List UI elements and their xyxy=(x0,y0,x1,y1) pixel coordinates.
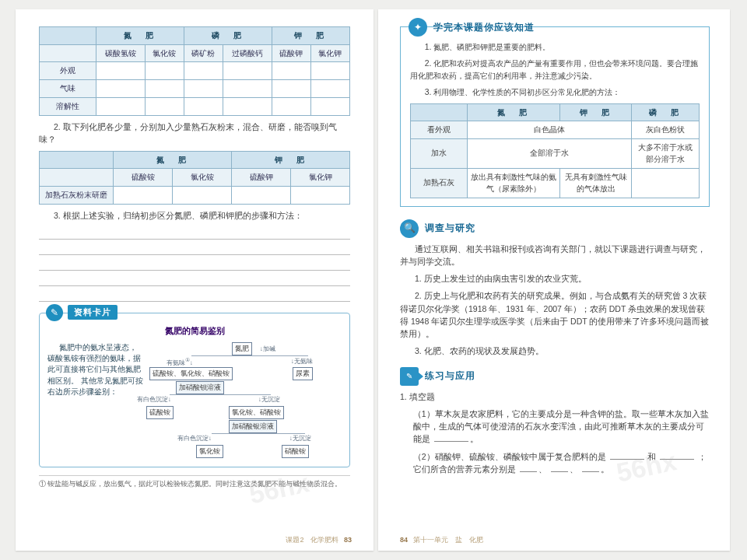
dn-no-smell: ↓无氨味 xyxy=(291,356,313,366)
and-text: 和 xyxy=(647,452,656,461)
dn-s2: 氯化铵、硝酸铵 xyxy=(229,406,284,420)
sub-2: 氯化铵 xyxy=(145,44,184,62)
lightbulb-icon: ✦ xyxy=(409,18,427,37)
dn-white1: 有白色沉淀↓ xyxy=(137,394,171,404)
str-water-label: 加水 xyxy=(411,138,468,168)
sth-n: 氮 肥 xyxy=(468,103,560,121)
corner-cell xyxy=(40,27,96,45)
dn-silver: 加硝酸银溶液 xyxy=(229,420,277,434)
str-look-p: 灰白色粉状 xyxy=(632,121,700,139)
right-footer-text: 第十一单元 盐 化肥 xyxy=(413,536,483,544)
blank-f1[interactable] xyxy=(610,450,644,460)
answer-line-5[interactable] xyxy=(39,289,350,302)
research-3: 3. 化肥、农药的现状及发展趋势。 xyxy=(400,345,710,357)
str-water-p: 大多不溶于水或部分溶于水 xyxy=(632,138,700,168)
dn-row1: 硫酸铵、氯化铵、硝酸铵 xyxy=(149,367,233,381)
sth-k: 钾 肥 xyxy=(560,103,632,121)
card-left-text: 氮肥中的氨水呈液态，碳酸氢铵有强烈的氨味，据此可直接将它们与其他氮肥相区别。 其… xyxy=(47,342,145,459)
group-p: 磷 肥 xyxy=(184,27,272,45)
exercise-head: ✎ 练习与应用 xyxy=(400,367,710,386)
sth-p: 磷 肥 xyxy=(632,103,700,121)
str-water-nk: 全部溶于水 xyxy=(468,138,632,168)
page-left: 氮 肥 磷 肥 钾 肥 碳酸氢铵 氯化铵 磷矿粉 过磷酸钙 硫酸钾 氯化钾 外观… xyxy=(16,9,374,551)
str-look-label: 看外观 xyxy=(411,121,468,139)
right-footer: 84 第十一单元 盐 化肥 xyxy=(400,535,486,546)
research-1: 1. 历史上发生过的由病虫害引发的农业灾荒。 xyxy=(400,272,710,285)
row-solub: 溶解性 xyxy=(40,98,96,116)
research-title: 调查与研究 xyxy=(425,221,475,236)
blank-compound[interactable] xyxy=(434,432,468,442)
q1b-text: （2）硝酸钾、硫酸铵、磷酸铵中属于复合肥料的是 xyxy=(413,452,606,461)
str-lime-k: 无具有刺激性气味的气体放出 xyxy=(560,168,632,198)
summary-table: 氮 肥 钾 肥 磷 肥 看外观 白色晶体 灰白色粉状 加水 全部溶于水 大多不溶… xyxy=(410,103,700,198)
blank-e1[interactable] xyxy=(520,463,537,472)
sum-p2: 2. 化肥和农药对提高农产品的产量有重要作用，但也会带来环境问题。要合理施用化肥… xyxy=(410,58,700,82)
step-3-text: 3. 根据上述实验，归纳初步区分氮肥、磷肥和钾肥的步骤和方法： xyxy=(39,209,350,222)
magnifier-icon: 🔍 xyxy=(400,219,419,238)
blank-e3[interactable] xyxy=(582,463,599,472)
t2s2: 氯化铵 xyxy=(173,169,232,187)
dn-has-smell: 有氨味①↓ xyxy=(167,356,193,368)
summary-box: ✦ 学完本课题你应该知道 1. 氮肥、磷肥和钾肥是重要的肥料。 2. 化肥和农药… xyxy=(400,26,710,207)
group-k: 钾 肥 xyxy=(272,27,349,45)
research-intro: 通过互联网、相关书籍和报刊或咨询有关部门，就以下课题进行调查与研究，并与同学交流… xyxy=(400,243,710,268)
exercise-1-head: 1. 填空题 xyxy=(400,390,710,403)
blank-f2[interactable] xyxy=(660,450,694,460)
footnote: ① 铵盐能与碱反应，放出氨气，据此可以检验铵态氮肥。同时注意这类氮肥不能与碱性物… xyxy=(39,475,350,490)
answer-line-1[interactable] xyxy=(39,226,350,240)
str-look-nk: 白色晶体 xyxy=(468,121,632,139)
exercise-1-2: （2）硝酸钾、硫酸铵、磷酸铵中属于复合肥料的是 和 ；它们所含的营养元素分别是 … xyxy=(413,450,710,476)
t2s3: 硫酸钾 xyxy=(232,169,291,187)
left-page-number: 83 xyxy=(344,536,352,544)
page-right: ✦ 学完本课题你应该知道 1. 氮肥、磷肥和钾肥是重要的肥料。 2. 化肥和农药… xyxy=(378,9,730,551)
sub-corner xyxy=(40,44,96,62)
dn-s1: 硫酸铵 xyxy=(146,406,174,420)
group-n: 氮 肥 xyxy=(96,27,184,45)
sub-1: 碳酸氢铵 xyxy=(96,44,146,62)
dn-barium: 加硝酸钡溶液 xyxy=(176,381,224,395)
dn-c2: 硝酸铵 xyxy=(282,445,309,459)
step-2-text: 2. 取下列化肥各少量，分别加入少量熟石灰粉末，混合、研磨，能否嗅到气味？ xyxy=(39,121,350,146)
answer-line-4[interactable] xyxy=(39,273,350,286)
answer-line-3[interactable] xyxy=(39,257,350,271)
row-smell: 气味 xyxy=(40,80,96,98)
sub-4: 过磷酸钙 xyxy=(223,44,272,62)
dn-noppt2: ↓无沉淀 xyxy=(289,433,311,443)
card-diagram: 氮肥 ↓加碱 有氨味①↓ ↓无氨味 硫酸铵、氯化铵、硝酸铵 尿素 加硝酸钡溶液 … xyxy=(151,342,342,459)
exercise-title: 练习与应用 xyxy=(425,369,475,383)
card-title: 氮肥的简易鉴别 xyxy=(47,324,342,338)
t2-k: 钾 肥 xyxy=(232,151,350,169)
str-lime-n: 放出具有刺激性气味的氨气（尿素除外） xyxy=(468,168,560,198)
dn-c1: 氯化铵 xyxy=(196,445,223,459)
t2-n: 氮 肥 xyxy=(114,151,232,169)
blank-e2[interactable] xyxy=(551,463,568,472)
left-content: 氮 肥 磷 肥 钾 肥 碳酸氢铵 氯化铵 磷矿粉 过磷酸钙 硫酸钾 氯化钾 外观… xyxy=(39,26,350,534)
t2s1: 硫酸铵 xyxy=(114,169,173,187)
table-fertilizer-properties: 氮 肥 磷 肥 钾 肥 碳酸氢铵 氯化铵 磷矿粉 过磷酸钙 硫酸钾 氯化钾 外观… xyxy=(39,26,350,116)
research-2: 2. 历史上与化肥和农药有关的研究成果。例如，与合成氨有关的研究曾 3 次获得诺… xyxy=(400,289,710,340)
summary-title: 学完本课题你应该知道 xyxy=(433,20,535,35)
dn-white2: 有白色沉淀↓ xyxy=(177,433,212,443)
sum-p1: 1. 氮肥、磷肥和钾肥是重要的肥料。 xyxy=(410,41,700,54)
str-lime-label: 加熟石灰 xyxy=(411,168,468,198)
dn-root: 氮肥 xyxy=(232,342,252,356)
sub-5: 硫酸钾 xyxy=(272,44,310,62)
research-head: 🔍 调查与研究 xyxy=(400,219,710,238)
t2s4: 氯化钾 xyxy=(291,169,350,187)
answer-line-2[interactable] xyxy=(39,242,350,255)
sub-3: 磷矿粉 xyxy=(184,44,223,62)
dn-noppt1: ↓无沉淀 xyxy=(258,394,280,404)
dn-arrow-label: ↓加碱 xyxy=(260,344,275,354)
page-spread: 氮 肥 磷 肥 钾 肥 碳酸氢铵 氯化铵 磷矿粉 过磷酸钙 硫酸钾 氯化钾 外观… xyxy=(0,0,747,560)
left-footer: 课题2 化学肥料 83 xyxy=(282,535,352,546)
right-page-number: 84 xyxy=(400,536,408,544)
exercise-1-1: （1）草木灰是农家肥料，它的主要成分是一种含钾的盐。取一些草木灰加入盐酸中，生成… xyxy=(413,408,710,446)
card-tag: 资料卡片 xyxy=(68,305,117,320)
str-lime-p xyxy=(632,168,700,198)
sub-6: 氯化钾 xyxy=(310,44,349,62)
right-content: ✦ 学完本课题你应该知道 1. 氮肥、磷肥和钾肥是重要的肥料。 2. 化肥和农药… xyxy=(400,26,710,534)
row-look: 外观 xyxy=(40,62,96,80)
table-lime-test: 氮 肥 钾 肥 硫酸铵 氯化铵 硫酸钾 氯化钾 加熟石灰粉末研磨 xyxy=(39,151,350,205)
t2-corner xyxy=(40,151,114,169)
info-card: ✎ 资料卡片 氮肥的简易鉴别 氮肥中的氨水呈液态，碳酸氢铵有强烈的氨味，据此可直… xyxy=(39,313,350,467)
